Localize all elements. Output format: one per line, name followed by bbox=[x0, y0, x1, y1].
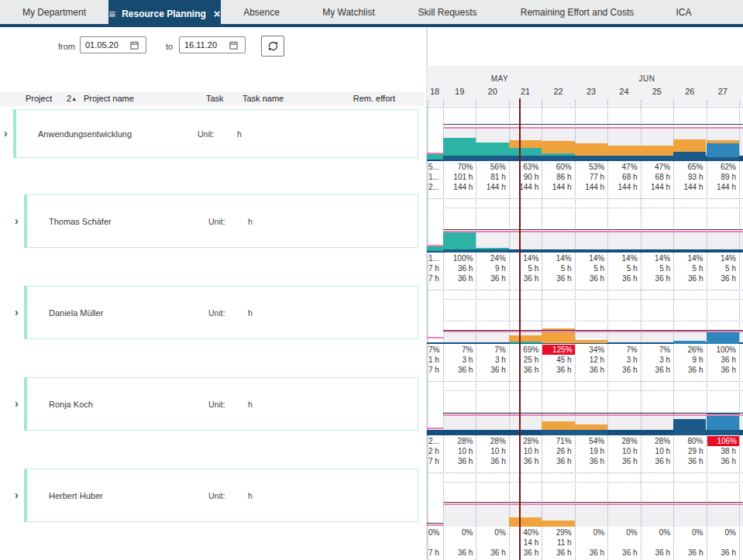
value-capacity: 36 h bbox=[443, 548, 473, 558]
expand-arrow-icon[interactable]: › bbox=[15, 217, 19, 225]
value-capacity: 36 h bbox=[575, 457, 604, 466]
value-capacity: 36 h bbox=[607, 548, 637, 558]
calendar-icon[interactable] bbox=[130, 41, 139, 50]
value-percent: 7% bbox=[476, 345, 505, 355]
value-capacity: 36 h bbox=[707, 548, 736, 558]
value-capacity: 144 h bbox=[542, 183, 571, 192]
utilization-chart: 70%101 h144 h56%81 h144 h63%90 h144 h60%… bbox=[427, 0, 743, 560]
month-label-may: MAY bbox=[491, 74, 508, 83]
unit-label: Unit: bbox=[198, 129, 215, 139]
expand-arrow-icon[interactable]: › bbox=[15, 400, 19, 407]
column-header-task-name[interactable]: Task name bbox=[243, 94, 284, 103]
value-capacity: 36 h bbox=[673, 366, 703, 375]
value-percent: 47% bbox=[607, 163, 637, 172]
value-capacity: 36 h bbox=[707, 274, 736, 283]
value-hours: 3 h bbox=[443, 356, 473, 365]
person-row-ronja-koch[interactable]: Ronja KochUnit:h bbox=[24, 377, 418, 431]
value-hours bbox=[707, 538, 736, 548]
value-capacity: 36 h bbox=[476, 274, 505, 283]
value-hours bbox=[607, 538, 637, 548]
value-capacity: 144 h bbox=[443, 183, 473, 192]
value-hours: 14 h bbox=[509, 538, 538, 548]
value-capacity: 36 h bbox=[509, 548, 538, 558]
value-hours: 10 h bbox=[443, 447, 473, 456]
value-hours bbox=[673, 538, 703, 548]
to-date-input[interactable] bbox=[184, 40, 229, 50]
sort-arrow-icon: ▲ bbox=[71, 96, 77, 101]
value-capacity: 36 h bbox=[641, 457, 670, 466]
value-percent: 100% bbox=[707, 345, 736, 355]
tab-resource-planning[interactable]: ≡Resource Planning× bbox=[108, 0, 221, 27]
value-percent: 14% bbox=[509, 254, 538, 263]
value-capacity: 36 h bbox=[509, 274, 538, 283]
value-capacity: 144 h bbox=[673, 183, 703, 192]
person-row-daniela-m-ller[interactable]: Daniela MüllerUnit:h bbox=[24, 286, 418, 339]
value-hours bbox=[476, 538, 505, 548]
expand-arrow-icon[interactable]: › bbox=[15, 308, 19, 316]
column-header-rem-effort[interactable]: Rem. effort bbox=[333, 94, 395, 103]
value-percent: 7% bbox=[607, 345, 637, 355]
from-date-field[interactable] bbox=[80, 36, 146, 53]
column-header-project[interactable]: Project bbox=[26, 94, 52, 103]
value-capacity: 36 h bbox=[542, 274, 571, 283]
value-hours: 89 h bbox=[707, 173, 736, 182]
value-capacity: 7 h bbox=[428, 457, 443, 466]
value-capacity: 144 h bbox=[476, 183, 505, 192]
value-capacity: 36 h bbox=[607, 457, 637, 466]
tab-label: My Department bbox=[22, 7, 86, 18]
sort-indicator[interactable]: 2▲ bbox=[67, 94, 77, 103]
close-icon[interactable]: × bbox=[214, 7, 221, 20]
value-capacity: 36 h bbox=[443, 366, 473, 375]
refresh-button[interactable] bbox=[261, 36, 284, 57]
value-percent: 14% bbox=[707, 254, 736, 263]
value-percent: 0% bbox=[641, 528, 670, 538]
column-header-project-name[interactable]: Project name bbox=[84, 94, 134, 103]
expand-arrow-icon[interactable]: › bbox=[4, 129, 8, 137]
value-capacity: 7 h bbox=[428, 274, 443, 283]
row-name: Daniela Müller bbox=[49, 308, 103, 318]
value-percent: 63% bbox=[509, 163, 538, 172]
value-hours: 10 h bbox=[641, 447, 670, 456]
column-header-task[interactable]: Task bbox=[206, 94, 224, 103]
value-hours: 101 h bbox=[443, 173, 473, 182]
value-percent: 65% bbox=[673, 163, 703, 172]
unit-value: h bbox=[248, 491, 253, 500]
tab-my-watchlist[interactable]: My Watchlist bbox=[302, 0, 395, 24]
value-hours: 19 h bbox=[575, 447, 604, 456]
value-percent: 28% bbox=[641, 437, 670, 446]
unit-value: h bbox=[248, 308, 253, 318]
value-hours: 5 h bbox=[673, 264, 703, 273]
overload-badge: 125% bbox=[542, 345, 574, 355]
value-capacity: 36 h bbox=[443, 457, 473, 466]
tab-label: My Watchlist bbox=[322, 7, 375, 18]
from-date-input[interactable] bbox=[85, 40, 130, 50]
unit-label: Unit: bbox=[208, 308, 225, 318]
project-row-anwendungsentwicklung[interactable]: AnwendungsentwicklungUnit:h bbox=[13, 109, 418, 158]
value-percent: 24% bbox=[476, 254, 505, 263]
day-label-22: 22 bbox=[553, 87, 562, 96]
value-hours: 9 h bbox=[673, 356, 703, 365]
value-percent: 0% bbox=[707, 528, 736, 538]
value-hours bbox=[575, 538, 604, 548]
value-percent: 0% bbox=[443, 528, 473, 538]
unit-value: h bbox=[248, 400, 253, 409]
value-hours: 3 h bbox=[476, 356, 505, 365]
value-capacity: 36 h bbox=[707, 457, 736, 466]
expand-arrow-icon[interactable]: › bbox=[15, 491, 19, 499]
value-percent: 56% bbox=[476, 163, 505, 172]
value-hours: 68 h bbox=[641, 173, 670, 182]
tab-absence[interactable]: Absence bbox=[221, 0, 302, 24]
person-row-thomas-sch-fer[interactable]: Thomas SchäferUnit:h bbox=[24, 194, 418, 248]
hamburger-icon[interactable]: ≡ bbox=[108, 7, 115, 20]
value-hours: 1 h bbox=[428, 356, 443, 365]
to-date-field[interactable] bbox=[179, 36, 246, 53]
calendar-icon[interactable] bbox=[229, 41, 238, 50]
value-capacity: 36 h bbox=[641, 548, 670, 558]
tab-my-department[interactable]: My Department bbox=[0, 0, 108, 24]
value-percent: 2... bbox=[428, 437, 443, 446]
unit-value: h bbox=[237, 129, 242, 139]
value-capacity: 36 h bbox=[509, 366, 538, 375]
person-row-herbert-huber[interactable]: Herbert HuberUnit:h bbox=[24, 469, 418, 522]
value-percent: 80% bbox=[673, 437, 703, 446]
value-hours: 36 h bbox=[707, 356, 736, 365]
